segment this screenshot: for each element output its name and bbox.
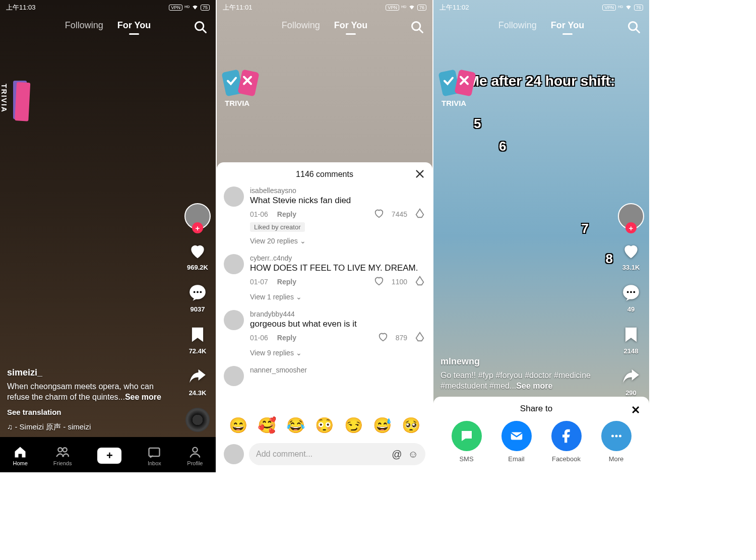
share-sheet: Share to ✕ SMSEmailFacebookMore xyxy=(433,397,649,472)
emoji-quick[interactable]: 😅 xyxy=(373,416,392,434)
comment-sheet: 1146 comments isabellesaysno What Stevie… xyxy=(217,162,432,472)
comment-text: gorgeous but what even is it xyxy=(250,319,425,329)
commenter-username[interactable]: brandybby444 xyxy=(250,310,425,318)
dislike-comment[interactable] xyxy=(414,331,425,344)
comment-button[interactable]: 49 xyxy=(620,282,642,313)
share-sms[interactable]: SMS xyxy=(452,421,482,463)
share-button[interactable]: 290 xyxy=(620,366,642,397)
view-replies[interactable]: View 20 replies ⌄ xyxy=(250,237,425,245)
emoji-quick[interactable]: 😄 xyxy=(229,416,247,434)
trivia-badge[interactable]: TRIVIA xyxy=(221,66,432,110)
overlay-number: 6 xyxy=(499,139,506,154)
caption[interactable]: When cheongsam meets opera, who can refu… xyxy=(7,381,170,403)
self-avatar[interactable] xyxy=(224,444,244,464)
see-more[interactable]: See more xyxy=(516,382,552,390)
tab-foryou[interactable]: For You xyxy=(551,20,584,31)
save-button[interactable]: 2148 xyxy=(620,324,642,355)
chevron-down-icon: ⌄ xyxy=(300,237,306,245)
reply-button[interactable]: Reply xyxy=(277,334,296,342)
comment[interactable]: nanner_smoosher xyxy=(224,366,425,386)
tab-following[interactable]: Following xyxy=(498,20,537,31)
emoji-quick[interactable]: 😳 xyxy=(315,416,334,434)
follow-plus-icon[interactable]: + xyxy=(625,222,637,233)
comment[interactable]: cyberr..c4ndy HOW DOES IT FEEL TO LIVE M… xyxy=(224,254,425,301)
commenter-username[interactable]: nanner_smoosher xyxy=(250,366,425,374)
see-more[interactable]: See more xyxy=(125,393,161,401)
reply-button[interactable]: Reply xyxy=(277,210,296,218)
caption[interactable]: Go team!! #fyp #foryou #doctor #medicine… xyxy=(440,370,604,392)
view-replies[interactable]: View 9 replies ⌄ xyxy=(250,349,425,357)
commenter-username[interactable]: cyberr..c4ndy xyxy=(250,254,425,262)
view-replies[interactable]: View 1 replies ⌄ xyxy=(250,293,425,301)
like-button[interactable]: 969.2K xyxy=(187,240,208,271)
mail-icon xyxy=(501,421,532,451)
close-icon[interactable]: ✕ xyxy=(631,404,641,414)
trivia-label: TRIVIA xyxy=(225,99,249,107)
nav-inbox[interactable]: Inbox xyxy=(147,445,161,466)
share-button[interactable]: 24.3K xyxy=(187,366,208,397)
nav-friends[interactable]: Friends xyxy=(53,445,72,466)
vpn-badge: VPN xyxy=(386,5,399,11)
save-button[interactable]: 72.4K xyxy=(187,324,208,355)
comment-text: What Stevie nicks fan died xyxy=(250,196,425,206)
bookmark-icon xyxy=(620,324,642,345)
emoji-icon[interactable]: ☺ xyxy=(408,449,418,460)
sound-label[interactable]: ♫ - Simeizi 原声 - simeizi xyxy=(7,422,170,432)
sound-disc[interactable] xyxy=(185,408,210,432)
chevron-down-icon: ⌄ xyxy=(296,293,302,301)
see-translation[interactable]: See translation xyxy=(7,408,170,416)
commenter-avatar[interactable] xyxy=(224,310,244,330)
share-label: SMS xyxy=(459,455,473,463)
username[interactable]: simeizi_ xyxy=(7,367,170,378)
emoji-quick[interactable]: 😂 xyxy=(286,416,305,434)
comment-icon xyxy=(620,282,642,303)
dislike-comment[interactable] xyxy=(414,208,425,220)
like-comment[interactable] xyxy=(373,208,385,220)
like-comment[interactable] xyxy=(373,275,385,288)
dislike-comment[interactable] xyxy=(414,275,425,288)
comment[interactable]: isabellesaysno What Stevie nicks fan die… xyxy=(224,186,425,245)
share-facebook[interactable]: Facebook xyxy=(551,421,582,463)
screen-1: 上午11:03 VPN ᴴᴰ 75 Following For You TRIV… xyxy=(0,0,216,472)
tab-foryou[interactable]: For You xyxy=(334,20,367,31)
commenter-avatar[interactable] xyxy=(224,254,244,274)
creator-avatar[interactable]: + xyxy=(184,203,211,229)
mention-icon[interactable]: @ xyxy=(392,449,402,460)
search-icon[interactable] xyxy=(410,20,424,34)
trivia-badge[interactable]: TRIVIA xyxy=(0,81,44,126)
username[interactable]: mlnewng xyxy=(440,356,604,367)
comment-input[interactable]: Add comment... @ ☺ xyxy=(249,443,425,465)
comment-input-row: Add comment... @ ☺ xyxy=(217,439,432,472)
emoji-quick[interactable]: 🥰 xyxy=(258,416,276,434)
emoji-quick[interactable]: 😏 xyxy=(344,416,363,434)
creator-avatar[interactable]: + xyxy=(618,203,644,229)
comment-button[interactable]: 9037 xyxy=(187,282,208,313)
inbox-icon xyxy=(147,445,161,459)
nav-create[interactable]: + xyxy=(97,448,121,464)
emoji-quick[interactable]: 🥺 xyxy=(402,416,420,434)
video-info: mlnewng Go team!! #fyp #foryou #doctor #… xyxy=(440,356,604,392)
tab-foryou[interactable]: For You xyxy=(117,20,151,31)
commenter-avatar[interactable] xyxy=(224,366,244,386)
close-icon[interactable] xyxy=(414,168,425,179)
commenter-avatar[interactable] xyxy=(224,186,244,207)
search-icon[interactable] xyxy=(627,20,641,34)
liked-by-creator: Liked by creator xyxy=(250,222,305,232)
trivia-badge[interactable]: TRIVIA xyxy=(437,66,649,110)
reply-button[interactable]: Reply xyxy=(277,278,296,286)
share-email[interactable]: Email xyxy=(501,421,532,463)
like-comment[interactable] xyxy=(377,331,389,344)
comment[interactable]: brandybby444 gorgeous but what even is i… xyxy=(224,310,425,357)
share-more[interactable]: More xyxy=(601,421,632,463)
search-icon[interactable] xyxy=(194,20,208,34)
nav-home[interactable]: Home xyxy=(13,445,27,466)
like-button[interactable]: 33.1K xyxy=(620,240,642,271)
svg-point-5 xyxy=(194,291,196,293)
comment-text: HOW DOES IT FEEL TO LIVE MY. DREAM. xyxy=(250,263,425,273)
nav-profile[interactable]: Profile xyxy=(187,445,203,466)
tab-following[interactable]: Following xyxy=(282,20,320,31)
follow-plus-icon[interactable]: + xyxy=(192,222,203,233)
comments-list[interactable]: isabellesaysno What Stevie nicks fan die… xyxy=(217,186,432,411)
commenter-username[interactable]: isabellesaysno xyxy=(250,186,425,195)
tab-following[interactable]: Following xyxy=(65,20,103,31)
